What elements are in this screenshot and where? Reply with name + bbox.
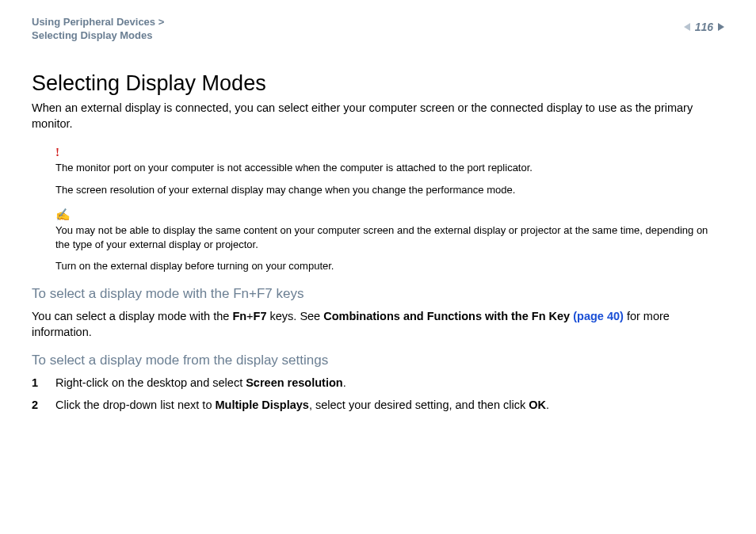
section-heading-settings: To select a display mode from the displa… xyxy=(32,353,724,368)
step-2: Click the drop-down list next to Multipl… xyxy=(32,397,724,414)
step-1: Right-click on the desktop and select Sc… xyxy=(32,375,724,392)
fn-key: Fn xyxy=(232,310,246,322)
text-bold: Multiple Displays xyxy=(215,399,308,411)
text: , select your desired setting, and then … xyxy=(309,399,529,411)
page-title: Selecting Display Modes xyxy=(32,71,724,96)
section1-body: You can select a display mode with the F… xyxy=(32,308,724,341)
intro-paragraph: When an external display is connected, y… xyxy=(32,101,724,132)
tip-icon: ✍ xyxy=(55,208,724,222)
page-number: 116 xyxy=(695,21,713,33)
page-nav: 116 xyxy=(684,21,724,33)
text-bold: OK xyxy=(529,399,546,411)
text: . xyxy=(546,399,549,411)
text-bold: Screen resolution xyxy=(246,376,342,389)
tip-text-2: Turn on the external display before turn… xyxy=(55,259,724,273)
tip-text-1: You may not be able to display the same … xyxy=(55,223,724,251)
warning-note: ! The monitor port on your computer is n… xyxy=(55,146,724,196)
prev-page-icon[interactable] xyxy=(684,23,690,31)
page-link[interactable]: (page 40) xyxy=(573,310,624,322)
section-heading-fnf7: To select a display mode with the Fn+F7 … xyxy=(32,286,724,302)
document-page: Using Peripheral Devices Selecting Displ… xyxy=(0,0,756,534)
breadcrumb-parent: Using Peripheral Devices xyxy=(32,16,164,28)
text: keys. See xyxy=(266,310,323,322)
breadcrumb-current: Selecting Display Modes xyxy=(32,29,152,41)
text: Click the drop-down list next to xyxy=(55,399,215,411)
text: . xyxy=(343,376,346,389)
warning-text-1: The monitor port on your computer is not… xyxy=(55,161,724,175)
text: Right-click on the desktop and select xyxy=(55,376,246,389)
warning-icon: ! xyxy=(55,146,724,159)
page-content: Selecting Display Modes When an external… xyxy=(32,71,724,419)
text: You can select a display mode with the xyxy=(32,310,232,322)
warning-text-2: The screen resolution of your external d… xyxy=(55,183,724,197)
next-page-icon[interactable] xyxy=(718,23,724,31)
page-header: Using Peripheral Devices Selecting Displ… xyxy=(32,16,724,48)
text: + xyxy=(246,310,253,322)
steps-list: Right-click on the desktop and select Sc… xyxy=(32,375,724,414)
tip-note: ✍ You may not be able to display the sam… xyxy=(55,208,724,273)
f7-key: F7 xyxy=(254,310,267,322)
breadcrumb: Using Peripheral Devices Selecting Displ… xyxy=(32,16,724,43)
link-text: Combinations and Functions with the Fn K… xyxy=(323,310,573,322)
